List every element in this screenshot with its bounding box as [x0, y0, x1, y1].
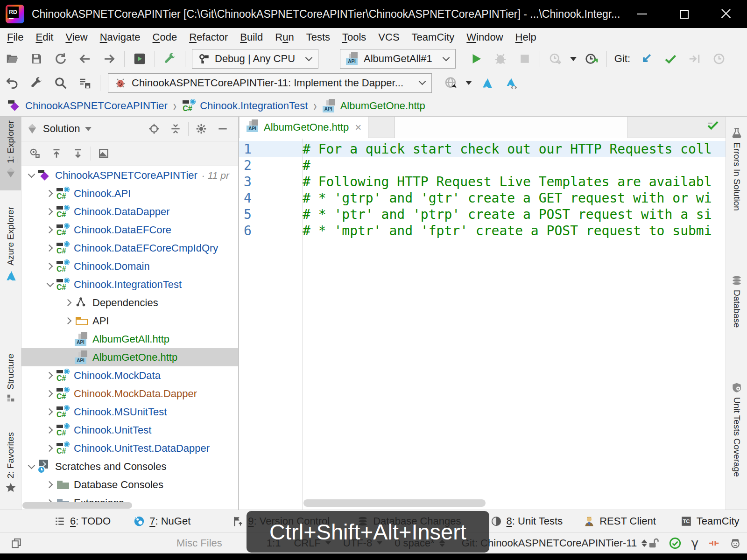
tree-row[interactable]: Dependencies [21, 294, 238, 312]
tree-row[interactable]: C#Chinook.UnitTest [21, 421, 238, 439]
toolwindow----nuget[interactable]: 7: NuGet [133, 515, 190, 527]
azure-code-button[interactable] [499, 73, 523, 93]
git-commit-button[interactable] [658, 49, 683, 69]
locate-button[interactable] [143, 119, 165, 139]
collapse-all-button[interactable] [165, 119, 186, 139]
tree-row[interactable]: Database Consoles [21, 476, 238, 494]
tab-close-icon[interactable]: × [355, 122, 361, 133]
tree-row[interactable]: C#Chinook.API [21, 184, 238, 203]
plugs-icon[interactable] [708, 537, 720, 549]
tree-row[interactable]: C#Chinook.DataDapper [21, 203, 238, 221]
task-select[interactable]: ChinookASPNETCoreAPINTier-11: Implement … [108, 73, 432, 93]
run-configuration-select[interactable]: Debug | Any CPU [192, 49, 318, 69]
menu-window[interactable]: Window [460, 31, 509, 43]
chevron-right-icon[interactable] [63, 297, 75, 309]
chevron-right-icon[interactable] [44, 442, 56, 455]
caret-down-icon[interactable] [570, 57, 577, 61]
chevron-right-icon[interactable] [44, 388, 56, 400]
conductor-icon[interactable] [729, 537, 741, 549]
save-all-button[interactable] [24, 49, 49, 69]
sync-button[interactable] [49, 49, 73, 69]
tree-row[interactable]: C#Chinook.Domain [21, 257, 238, 275]
commit-list-button[interactable] [73, 73, 97, 93]
chevron-right-icon[interactable] [44, 260, 56, 273]
chevron-right-icon[interactable] [44, 424, 56, 436]
minimize-panel-button[interactable] [212, 119, 233, 139]
git-branch-widget[interactable]: Git: ChinookASPNETCoreAPINTier-11 [462, 537, 647, 549]
toolwindow----todo[interactable]: 6: TODO [54, 515, 111, 527]
stripe-tab----explorer[interactable]: 1: Explorer [0, 117, 21, 190]
menu-navigate[interactable]: Navigate [94, 31, 147, 43]
chevron-right-icon[interactable] [44, 406, 56, 418]
gear-button[interactable] [190, 119, 212, 139]
tree-row[interactable]: APIAlbumGetOne.http [21, 348, 238, 366]
breadcrumb-item[interactable]: APIAlbumGetOne.http [323, 99, 425, 113]
git-update-button[interactable] [634, 49, 658, 69]
menu-code[interactable]: Code [147, 31, 183, 43]
stripe-tab-unit-tests-coverage[interactable]: Unit Tests Coverage [726, 378, 747, 481]
tree-row[interactable]: C#Chinook.DataEFCore [21, 221, 238, 239]
eye-source-button[interactable] [24, 144, 46, 163]
copy-icon[interactable] [10, 537, 22, 549]
coverage-clock-button[interactable] [543, 49, 567, 69]
tree-row[interactable]: ChinookASPNETCoreAPINTier· 11 pr [21, 166, 238, 184]
profiler-clock-button[interactable] [579, 49, 604, 69]
menu-build[interactable]: Build [234, 31, 269, 43]
toolwindow-rest-client[interactable]: REST Client [583, 515, 656, 527]
stripe-tab-structure[interactable]: Structure [0, 350, 21, 415]
breadcrumb-item[interactable]: ChinookASPNETCoreAPINTier [7, 99, 168, 113]
run-target-select[interactable]: APIAlbumGetAll#1 [340, 49, 456, 69]
menu-vcs[interactable]: VCS [372, 31, 405, 43]
maximize-button[interactable] [663, 0, 705, 28]
menu-edit[interactable]: Edit [29, 31, 59, 43]
gamma-icon[interactable]: γ [691, 536, 698, 550]
azure-button[interactable] [475, 73, 499, 93]
stripe-tab-database[interactable]: Database [726, 271, 747, 331]
chevron-right-icon[interactable] [44, 224, 56, 236]
toolwindow-teamcity[interactable]: TCTeamCity [680, 515, 740, 527]
open-folder-button[interactable] [0, 49, 24, 69]
run-play-button[interactable] [464, 49, 488, 69]
chevron-right-icon[interactable] [44, 370, 56, 382]
caret-down-icon[interactable] [465, 81, 472, 85]
stripe-tab-azure-explorer[interactable]: Azure Explorer [0, 203, 21, 292]
search-button[interactable] [49, 73, 73, 93]
chevron-down-icon[interactable] [25, 461, 37, 473]
inspections-ok-icon[interactable] [706, 118, 720, 132]
code-content[interactable]: # For a quick start check out our HTTP R… [303, 141, 726, 239]
menu-view[interactable]: View [59, 31, 93, 43]
stripe-tab-errors-in-solution[interactable]: Errors In Solution [726, 123, 747, 215]
menu-tests[interactable]: Tests [300, 31, 336, 43]
lock-open-icon[interactable] [647, 537, 659, 549]
toolwindow----unit-tests[interactable]: 8: Unit Tests [490, 515, 563, 527]
minimize-button[interactable] [621, 0, 663, 28]
editor-horizontal-scrollbar[interactable] [303, 499, 486, 507]
debug-bug-button[interactable] [488, 49, 513, 69]
tree-row[interactable]: C#Chinook.IntegrationTest [21, 275, 238, 294]
chevron-right-icon[interactable] [63, 315, 75, 327]
breadcrumb-item[interactable]: C#Chinook.IntegrationTest [182, 99, 308, 113]
solution-view-selector[interactable]: Solution [43, 123, 80, 135]
menu-refactor[interactable]: Refactor [183, 31, 234, 43]
up-bar-button[interactable] [46, 144, 67, 163]
chevron-down-icon[interactable] [25, 169, 37, 182]
web-preview-button[interactable] [438, 73, 463, 93]
tree-row[interactable]: C#Chinook.DataEFCoreCmpIdQry [21, 239, 238, 257]
check-circle-icon[interactable] [669, 537, 682, 550]
chevron-right-icon[interactable] [44, 242, 56, 254]
menu-help[interactable]: Help [509, 31, 543, 43]
tree-row[interactable]: C#Chinook.UnitTest.DataDapper [21, 439, 238, 457]
chevron-right-icon[interactable] [44, 206, 56, 218]
stop-square-button[interactable] [513, 49, 537, 69]
tree-row[interactable]: Scratches and Consoles [21, 457, 238, 476]
git-push-button[interactable] [683, 49, 707, 69]
preview-image-button[interactable] [93, 144, 114, 163]
chevron-right-icon[interactable] [44, 479, 56, 491]
menu-run[interactable]: Run [269, 31, 300, 43]
tree-row[interactable]: API [21, 312, 238, 330]
tree-row[interactable]: C#Chinook.MSUnitTest [21, 403, 238, 421]
build-wrench-button[interactable] [158, 49, 182, 69]
menu-teamcity[interactable]: TeamCity [406, 31, 461, 43]
menu-tools[interactable]: Tools [336, 31, 372, 43]
stripe-tab----favorites[interactable]: 2: Favorites [0, 428, 21, 501]
